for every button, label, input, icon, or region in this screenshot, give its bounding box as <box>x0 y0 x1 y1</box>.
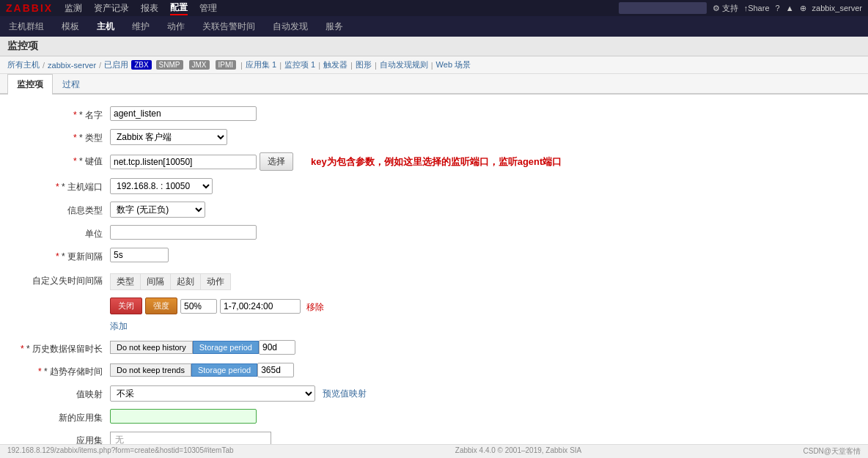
valuemap-preview-link[interactable]: 预览值映射 <box>323 388 367 400</box>
nav-host-groups[interactable]: 主机群组 <box>6 19 47 34</box>
key-annotation: key为包含参数，例如这里选择的监听端口，监听agent端口 <box>311 155 562 169</box>
trigger-add-link[interactable]: 添加 <box>110 320 128 333</box>
nav-config[interactable]: 配置 <box>170 1 188 15</box>
trigger-remove-link[interactable]: 移除 <box>306 301 324 314</box>
alert-icon[interactable]: ▲ <box>786 4 794 12</box>
nav-hosts[interactable]: 主机 <box>94 19 117 34</box>
nav-reports[interactable]: 报表 <box>141 2 158 15</box>
breadcrumb: 所有主机 / zabbix-server / 已启用 ZBX SNMP JMX … <box>0 56 868 74</box>
nav-services[interactable]: 服务 <box>323 19 346 34</box>
info-type-select[interactable]: 数字 (无正负) 字符 浮点数 <box>110 202 205 218</box>
valuemap-select[interactable]: 不采 <box>110 385 315 402</box>
ipmi-badge[interactable]: IPMI <box>216 60 237 70</box>
valuemap-row: 值映射 不采 预览值映射 <box>15 385 853 402</box>
trend-storage-group: Do not keep trends Storage period <box>110 363 294 377</box>
trigger-intervals-row: 自定义失时间间隔 类型 间隔 起刻 动作 关闭 强度 移除 添 <box>15 270 853 333</box>
unit-label: 单位 <box>15 225 110 240</box>
history-label: * 历史数据保留时长 <box>15 340 110 355</box>
new-app-label: 新的应用集 <box>15 409 110 424</box>
search-box <box>619 2 707 14</box>
user-icon[interactable]: ⊕ <box>800 4 806 13</box>
host-iface-select[interactable]: 192.168.8. : 10050 <box>110 178 213 194</box>
nav-actions[interactable]: 动作 <box>164 19 188 34</box>
trigger-intervals-table: 类型 间隔 起刻 动作 <box>110 273 231 290</box>
breadcrumb-monitor[interactable]: 监控项 1 <box>284 59 315 70</box>
name-input[interactable] <box>110 106 257 121</box>
breadcrumb-graph[interactable]: 图形 <box>356 59 372 70</box>
new-app-field <box>110 409 853 424</box>
zbx-badge[interactable]: ZBX <box>131 60 151 70</box>
breadcrumb-current[interactable]: 已启用 <box>104 59 128 70</box>
update-interval-field <box>110 248 853 262</box>
share-link[interactable]: ↑Share <box>744 4 770 12</box>
breadcrumb-host[interactable]: zabbix-server <box>48 61 96 70</box>
nav-monitor[interactable]: 监测 <box>65 2 82 15</box>
trigger-close-btn[interactable]: 关闭 <box>110 298 142 314</box>
tab-monitor-item[interactable]: 监控项 <box>7 74 53 95</box>
type-field: Zabbix 客户端 Zabbix 主动模式 SNMP v1 <box>110 129 853 145</box>
trigger-interval-input[interactable] <box>180 299 217 314</box>
breadcrumb-app[interactable]: 应用集 1 <box>246 59 276 70</box>
new-app-input[interactable] <box>110 409 257 424</box>
type-select[interactable]: Zabbix 客户端 Zabbix 主动模式 SNMP v1 <box>110 129 227 145</box>
nav-assets[interactable]: 资产记录 <box>94 2 129 15</box>
unit-row: 单位 <box>15 225 853 240</box>
history-value-input[interactable] <box>259 340 295 355</box>
support-link[interactable]: ⚙ 支持 <box>713 3 738 14</box>
page-title: 监控项 <box>0 37 868 56</box>
trigger-row-1: 关闭 强度 移除 <box>110 298 324 314</box>
tab-process[interactable]: 过程 <box>53 74 89 95</box>
update-interval-input[interactable] <box>110 248 169 262</box>
key-input[interactable] <box>110 155 257 169</box>
footer: 192.168.8.129/zabbix/items.php?form=crea… <box>0 444 868 458</box>
breadcrumb-auto[interactable]: 自动发现规则 <box>380 59 428 70</box>
host-iface-field: 192.168.8. : 10050 <box>110 178 853 194</box>
history-field: Do not keep history Storage period <box>110 340 853 355</box>
info-type-row: 信息类型 数字 (无正负) 字符 浮点数 <box>15 202 853 218</box>
key-field: 选择 key为包含参数，例如这里选择的监听端口，监听agent端口 <box>110 152 853 171</box>
key-select-button[interactable]: 选择 <box>260 152 293 171</box>
type-label: * 类型 <box>15 129 110 144</box>
nav-admin[interactable]: 管理 <box>199 2 217 15</box>
info-type-field: 数字 (无正负) 字符 浮点数 <box>110 202 853 218</box>
th-action: 动作 <box>201 274 231 290</box>
valuemap-label: 值映射 <box>15 385 110 401</box>
main-content: * 名字 * 类型 Zabbix 客户端 Zabbix 主动模式 SNMP v1… <box>0 95 868 458</box>
th-time: 起刻 <box>171 274 201 290</box>
nav-maintenance[interactable]: 维护 <box>129 19 152 34</box>
unit-input[interactable] <box>110 225 257 240</box>
tab-row: 监控项 过程 <box>0 74 868 95</box>
trend-field: Do not keep trends Storage period <box>110 363 853 377</box>
trend-value-input[interactable] <box>257 363 294 377</box>
help-icon[interactable]: ? <box>776 4 780 12</box>
trigger-timerange-input[interactable] <box>220 299 301 314</box>
breadcrumb-trigger[interactable]: 触发器 <box>323 59 347 70</box>
trigger-severity-btn[interactable]: 强度 <box>145 298 177 314</box>
name-row: * 名字 <box>15 106 853 122</box>
footer-version: Zabbix 4.4.0 © 2001–2019, Zabbix SIA <box>455 446 581 457</box>
logo: ZABBIX <box>6 2 53 14</box>
trigger-intervals-field: 类型 间隔 起刻 动作 关闭 强度 移除 添加 <box>110 270 853 333</box>
history-storage-btn[interactable]: Storage period <box>193 341 259 354</box>
history-storage-group: Do not keep history Storage period <box>110 340 295 355</box>
th-type: 类型 <box>111 274 141 290</box>
trend-storage-btn[interactable]: Storage period <box>191 363 257 377</box>
trend-no-keep-btn[interactable]: Do not keep trends <box>110 363 191 377</box>
trend-label: * 趋势存储时间 <box>15 363 110 378</box>
snmp-badge[interactable]: SNMP <box>156 60 183 70</box>
jmx-badge[interactable]: JMX <box>189 60 210 70</box>
search-input[interactable] <box>619 2 707 14</box>
breadcrumb-all-hosts[interactable]: 所有主机 <box>7 59 40 70</box>
history-row: * 历史数据保留时长 Do not keep history Storage p… <box>15 340 853 355</box>
nav-correlations[interactable]: 关联告警时间 <box>199 19 258 34</box>
nav-discovery[interactable]: 自动发现 <box>270 19 311 34</box>
key-row: * 键值 选择 key为包含参数，例如这里选择的监听端口，监听agent端口 <box>15 152 853 171</box>
footer-brand: CSDN@天堂客情 <box>803 446 861 457</box>
history-no-keep-btn[interactable]: Do not keep history <box>110 341 193 354</box>
info-type-label: 信息类型 <box>15 202 110 217</box>
host-iface-label: * 主机端口 <box>15 178 110 193</box>
new-app-row: 新的应用集 <box>15 409 853 424</box>
breadcrumb-web[interactable]: Web 场景 <box>436 59 471 70</box>
trigger-intervals-label: 自定义失时间间隔 <box>15 270 110 287</box>
nav-templates[interactable]: 模板 <box>59 19 82 34</box>
